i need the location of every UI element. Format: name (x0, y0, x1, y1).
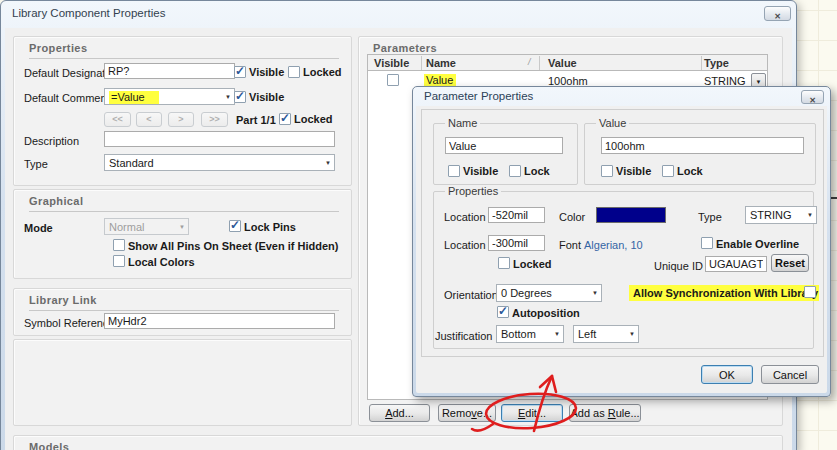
add-as-rule-button[interactable]: Add as Rule... (569, 404, 641, 422)
unique-id-input[interactable] (705, 256, 767, 272)
name-lock-label: Lock (524, 165, 550, 177)
type-combo[interactable]: Standard ▼ (104, 154, 335, 171)
ok-button[interactable]: OK (701, 365, 753, 384)
remove-button[interactable]: Remove... (438, 404, 496, 422)
show-all-pins-checkbox[interactable] (113, 239, 125, 251)
part-locked-checkbox[interactable] (279, 113, 291, 125)
param-locked-checkbox[interactable] (498, 257, 510, 269)
name-lock-checkbox[interactable] (509, 165, 521, 177)
comment-visible-checkbox[interactable] (234, 91, 246, 103)
param-type-label: Type (698, 211, 722, 223)
part-locked-label: Locked (294, 113, 333, 125)
local-colors-checkbox[interactable] (113, 255, 125, 267)
justification-vertical-value: Bottom (501, 328, 536, 340)
dropdown-arrow-icon: ▼ (592, 290, 598, 296)
orientation-value: 0 Degrees (501, 287, 552, 299)
value-lock-checkbox[interactable] (662, 165, 674, 177)
default-designator-label: Default Designator (24, 67, 115, 79)
symbol-reference-input[interactable] (104, 313, 335, 329)
dropdown-arrow-icon: ▼ (225, 94, 231, 100)
row-visible-checkbox[interactable] (387, 74, 399, 86)
justification-label: Justification (435, 330, 492, 342)
value-lock-label: Lock (677, 165, 703, 177)
col-header-value[interactable]: Value (548, 57, 577, 69)
designator-visible-label: Visible (249, 66, 284, 78)
empty-section (13, 339, 352, 426)
divider (29, 310, 339, 311)
designator-locked-checkbox[interactable] (288, 66, 300, 78)
justification-horizontal-value: Left (578, 328, 596, 340)
orientation-combo[interactable]: 0 Degrees ▼ (496, 284, 602, 302)
part-next-button[interactable]: > (168, 112, 194, 127)
add-button[interactable]: Add... (369, 404, 430, 422)
designator-visible-checkbox[interactable] (234, 66, 246, 78)
name-visible-label: Visible (463, 165, 498, 177)
lock-pins-label: Lock Pins (244, 221, 296, 233)
dropdown-arrow-icon: ▼ (629, 331, 635, 337)
section-title: Properties (29, 42, 87, 54)
color-label: Color (559, 211, 585, 223)
section-title: Graphical (29, 195, 83, 207)
show-all-pins-label: Show All Pins On Sheet (Even if Hidden) (128, 240, 338, 252)
col-header-name[interactable]: Name (426, 57, 456, 69)
close-icon: ✕ (809, 96, 816, 105)
autoposition-checkbox[interactable] (497, 306, 509, 318)
default-comment-combo[interactable]: =Value ▼ (104, 88, 235, 105)
default-comment-value: =Value (109, 91, 159, 104)
color-swatch[interactable] (596, 207, 666, 223)
window-title: Library Component Properties (12, 7, 165, 19)
edit-button[interactable]: Edit... (501, 404, 563, 422)
part-last-button[interactable]: >> (201, 112, 228, 127)
autoposition-label: Autoposition (512, 307, 580, 319)
name-visible-checkbox[interactable] (448, 165, 460, 177)
value-visible-checkbox[interactable] (601, 165, 613, 177)
section-title: Models (29, 441, 69, 450)
sort-ascending-icon: / (528, 57, 531, 67)
allow-sync-checkbox[interactable] (804, 286, 816, 298)
param-name-input[interactable] (445, 137, 563, 154)
divider (29, 211, 339, 212)
orientation-label: Orientation (444, 289, 498, 301)
local-colors-label: Local Colors (128, 256, 195, 268)
justification-horizontal-combo[interactable]: Left ▼ (573, 325, 639, 343)
location-x-input[interactable] (488, 207, 545, 223)
cancel-button[interactable]: Cancel (761, 365, 819, 384)
type-label: Type (24, 158, 48, 170)
mode-combo: Normal ▼ (104, 218, 189, 235)
font-value-link[interactable]: Algerian, 10 (584, 239, 643, 251)
divider (29, 58, 339, 59)
default-designator-input[interactable] (104, 63, 235, 79)
part-first-button[interactable]: << (104, 112, 131, 127)
models-section: Models (13, 435, 783, 450)
font-label: Font (559, 239, 581, 251)
graphical-section: Graphical Mode Normal ▼ Lock Pins Show A… (13, 189, 352, 279)
comment-visible-label: Visible (249, 91, 284, 103)
dropdown-arrow-icon: ▼ (325, 160, 331, 166)
dropdown-arrow-icon: ▼ (179, 224, 185, 230)
lock-pins-checkbox[interactable] (229, 220, 241, 232)
unique-id-label: Unique ID (654, 260, 703, 272)
value-visible-label: Visible (616, 165, 651, 177)
section-title: Library Link (29, 294, 97, 306)
close-button[interactable]: ✕ (801, 90, 824, 104)
reset-button[interactable]: Reset (771, 254, 809, 272)
parameter-properties-dialog: Parameter Properties ✕ Name Visible Lock… (412, 86, 831, 397)
param-type-value: STRING (750, 209, 792, 221)
close-button[interactable]: ✕ (764, 6, 791, 21)
screenshot-root: Library Component Properties ✕ Propertie… (0, 0, 837, 450)
part-prev-button[interactable]: < (136, 112, 162, 127)
col-header-visible[interactable]: Visible (374, 57, 409, 69)
justification-vertical-combo[interactable]: Bottom ▼ (496, 325, 564, 343)
mode-label: Mode (24, 222, 53, 234)
enable-overline-checkbox[interactable] (701, 237, 713, 249)
type-value: Standard (109, 157, 154, 169)
properties-section: Properties Default Designator Visible Lo… (13, 36, 352, 186)
location-y-input[interactable] (488, 235, 545, 251)
enable-overline-label: Enable Overline (716, 238, 799, 250)
param-value-input[interactable] (601, 137, 804, 154)
param-locked-label: Locked (513, 258, 552, 270)
col-header-type[interactable]: Type (704, 57, 729, 69)
dropdown-arrow-icon: ▼ (807, 212, 813, 218)
description-input[interactable] (104, 131, 335, 147)
param-type-combo[interactable]: STRING ▼ (745, 206, 817, 224)
